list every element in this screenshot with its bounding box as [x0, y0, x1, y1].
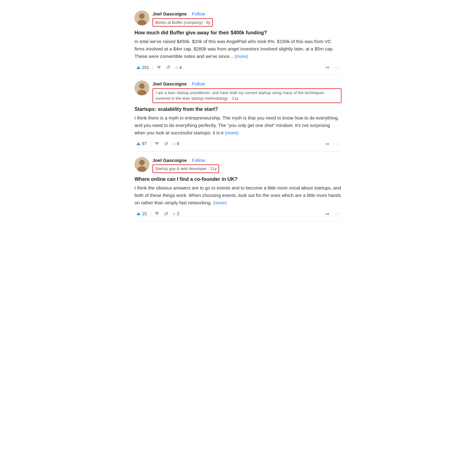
actions-row: 15 ↺ ○ 2 ⇒ ··· — [134, 210, 342, 218]
author-row: Joel Gascoigne · Follow I am a lean star… — [134, 81, 342, 103]
answer-item-1: Joel Gascoigne · Follow Works at Buffer … — [134, 5, 342, 75]
dot-separator: · — [189, 11, 190, 17]
credential-box: Startup guy & web developer · 11y — [152, 164, 219, 173]
retweet-button[interactable]: ↺ — [162, 210, 170, 218]
comment-button[interactable]: ○ 6 — [171, 140, 181, 148]
comment-count: 2 — [177, 211, 179, 216]
upvote-button[interactable]: 15 — [134, 210, 149, 217]
downvote-icon — [157, 66, 161, 69]
retweet-icon: ↺ — [164, 141, 168, 147]
more-actions-button[interactable]: ··· — [332, 140, 342, 147]
share-button[interactable]: ⇒ — [323, 210, 331, 218]
upvote-button[interactable]: 251 — [134, 64, 151, 71]
author-info: Joel Gascoigne · Follow Works at Buffer … — [152, 11, 213, 27]
upvote-icon — [136, 212, 141, 215]
answers-list: Joel Gascoigne · Follow Works at Buffer … — [134, 5, 342, 221]
upvote-icon — [136, 66, 141, 69]
downvote-button[interactable] — [153, 211, 161, 216]
comment-count: 4 — [179, 65, 182, 70]
credential-box: I am a lean startup practitioner, and ha… — [152, 88, 342, 103]
share-icon: ⇒ — [325, 141, 329, 147]
avatar — [134, 81, 149, 95]
author-name: Joel Gascoigne — [152, 157, 187, 164]
svg-point-4 — [139, 83, 145, 89]
more-actions-button[interactable]: ··· — [332, 64, 342, 71]
avatar — [134, 157, 149, 172]
answer-body: I think the obvious answers are to go to… — [134, 184, 342, 207]
author-info: Joel Gascoigne · Follow Startup guy & we… — [152, 157, 219, 173]
follow-button[interactable]: Follow — [192, 81, 205, 88]
author-row: Joel Gascoigne · Follow Works at Buffer … — [134, 11, 342, 27]
downvote-icon — [155, 212, 159, 215]
vote-divider — [151, 211, 151, 217]
author-info: Joel Gascoigne · Follow I am a lean star… — [152, 81, 342, 103]
author-name: Joel Gascoigne — [152, 81, 187, 88]
comment-button[interactable]: ○ 4 — [173, 63, 183, 71]
vote-divider — [151, 141, 151, 147]
question-title: Startups: scalability from the start? — [134, 106, 342, 113]
upvote-count: 251 — [142, 65, 149, 70]
more-dots-icon: ··· — [334, 211, 340, 216]
follow-button[interactable]: Follow — [192, 11, 205, 18]
vote-divider — [153, 64, 153, 71]
follow-button[interactable]: Follow — [192, 157, 205, 164]
question-title: Where online can I find a co-founder in … — [134, 176, 342, 183]
share-icon: ⇒ — [325, 211, 329, 217]
upvote-icon — [136, 142, 141, 145]
answer-item-2: Joel Gascoigne · Follow I am a lean star… — [134, 75, 342, 151]
downvote-button[interactable] — [155, 65, 163, 70]
comment-icon: ○ — [175, 65, 178, 70]
more-link[interactable]: (more) — [235, 54, 248, 59]
author-name-row: Joel Gascoigne · Follow — [152, 11, 213, 18]
share-icon: ⇒ — [325, 64, 329, 70]
comment-icon: ○ — [173, 211, 176, 216]
author-name-row: Joel Gascoigne · Follow — [152, 157, 219, 164]
more-dots-icon: ··· — [334, 65, 340, 70]
more-link[interactable]: (more) — [225, 130, 239, 135]
retweet-icon: ↺ — [166, 64, 170, 70]
question-title: How much did Buffer give away for their … — [134, 29, 342, 37]
actions-row: 251 ↺ ○ 4 ⇒ ··· — [134, 63, 342, 72]
more-dots-icon: ··· — [334, 141, 340, 146]
upvote-count: 15 — [142, 211, 147, 216]
comment-icon: ○ — [173, 141, 176, 146]
retweet-button[interactable]: ↺ — [162, 140, 170, 148]
svg-point-1 — [139, 13, 145, 19]
share-button[interactable]: ⇒ — [323, 63, 331, 72]
dot-separator: · — [189, 81, 190, 87]
credential-box: Works at Buffer (company) · 8y — [152, 18, 213, 27]
retweet-icon: ↺ — [164, 211, 168, 217]
answer-item-3: Joel Gascoigne · Follow Startup guy & we… — [134, 151, 342, 221]
comment-button[interactable]: ○ 2 — [171, 210, 181, 218]
author-row: Joel Gascoigne · Follow Startup guy & we… — [134, 157, 342, 173]
dot-separator: · — [189, 157, 190, 164]
svg-point-7 — [139, 160, 145, 165]
comment-count: 6 — [177, 141, 179, 146]
more-link[interactable]: (more) — [213, 200, 227, 205]
actions-row: 97 ↺ ○ 6 ⇒ ··· — [134, 140, 342, 148]
avatar — [134, 11, 149, 25]
downvote-button[interactable] — [153, 141, 161, 146]
upvote-count: 97 — [142, 141, 147, 146]
more-actions-button[interactable]: ··· — [332, 210, 342, 217]
retweet-button[interactable]: ↺ — [164, 63, 172, 72]
author-name: Joel Gascoigne — [152, 11, 187, 18]
answer-body: In total we've raised $450k. $20k of thi… — [134, 38, 342, 60]
downvote-icon — [155, 142, 159, 145]
author-name-row: Joel Gascoigne · Follow — [152, 81, 342, 88]
answer-body: I think there is a myth in entrepreneurs… — [134, 114, 342, 137]
upvote-button[interactable]: 97 — [134, 140, 149, 147]
share-button[interactable]: ⇒ — [323, 140, 331, 148]
